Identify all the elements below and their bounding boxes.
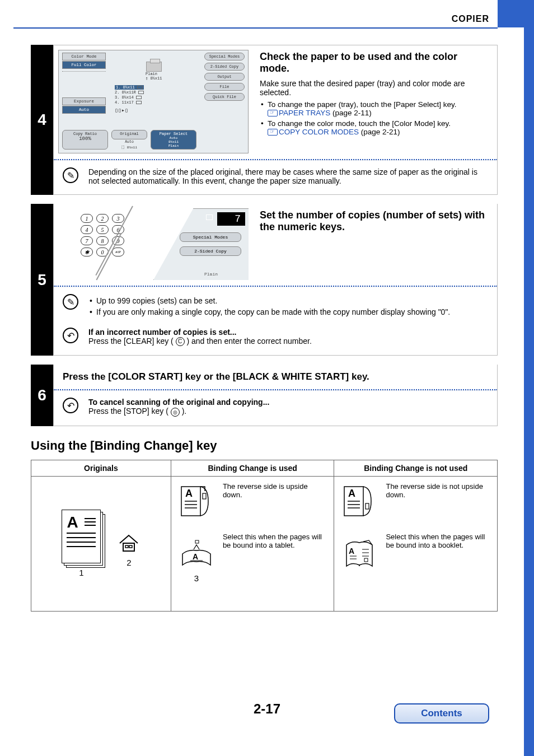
back-arrow-icon: ↶ [63,398,78,413]
binding-table: Originals Binding Change is used Binding… [31,460,498,612]
lcd-paper-size: ▯ 8½x11 [146,76,196,81]
bind-used-text2: Select this when the pages will be bound… [223,533,329,549]
lcd5-plain: Plain [204,272,218,277]
lcd-btn-file: File [204,83,245,91]
svg-rect-2 [129,545,132,548]
lcd5-special: Special Modes [180,232,241,242]
lcd-btn-quickfile: Quick File [204,93,245,101]
link-color-modes[interactable]: COPY COLOR MODES [279,128,359,136]
svg-rect-17 [366,503,369,509]
step5-note1: Up to 999 copies (sets) can be set. [88,296,488,305]
bind-notused-text1: The reverse side is not upside down. [386,482,491,499]
bind-notused-text2: Select this when the pages will be bound… [386,533,491,549]
open-book-icon: A [340,533,379,572]
step6-tip-text: Press the [STOP] key ( ◎ ). [88,407,488,416]
lcd-paper-type: Plain [146,72,196,76]
lcd5-2sided: 2-Sided Copy [180,246,241,256]
top-border [13,27,498,29]
th-notused: Binding Change is not used [334,460,498,476]
step5-tip-heading: If an incorrect number of copies is set.… [88,328,488,337]
link-icon [268,129,278,136]
booklet-notupside-icon: A [340,482,379,521]
link-paper-trays[interactable]: PAPER TRAYS [279,109,330,117]
originals-cell: A 1 2 [37,482,165,605]
lcd-btn-output: Output [204,73,245,81]
lcd-exposure-label: Exposure [62,97,106,105]
bind-used-text1: The reverse side is upside down. [223,482,329,499]
pencil-note-icon: ✎ [63,294,78,310]
step4-bullet1: To change the paper (tray), touch the [P… [260,100,488,117]
svg-text:A: A [349,547,354,556]
step4-bullet2: To change the color mode, touch the [Col… [260,119,488,136]
stop-key-icon: ◎ [171,408,180,417]
svg-rect-8 [203,493,206,499]
booklet-upside-icon: A [177,482,216,521]
lcd-screenshot-step5: 123 456 789 ✱0#/P 7 Specia [58,208,249,280]
svg-text:A: A [185,488,193,499]
step6-heading: Press the [COLOR START] key or the [BLAC… [54,365,497,389]
lcd-screenshot-step4: Color Mode Full Color Exposure Auto [58,50,249,153]
th-originals: Originals [31,460,171,476]
step4-desc: Make sure that the desired paper (tray) … [260,79,488,97]
binding-heading: Using the [Binding Change] key [31,438,498,453]
lcd-colormode-value: Full Color [62,61,106,69]
tray-item-1: 1. 8½x11 [115,85,144,90]
tray-item-4: 4. 11x17 [115,100,144,105]
lcd-colormode-label: Color Mode [62,53,106,60]
svg-rect-1 [125,545,128,548]
tray-item-2: 2. 8½x11R [115,90,144,95]
step6-tip-heading: To cancel scanning of the original and c… [88,398,488,407]
step-number-6: 6 [31,365,53,426]
lcd-paperselect: Paper Select Auto 8½x11 Plain [151,130,196,150]
lcd-original-btn: Original [111,130,147,139]
doc-pages-icon: ▯▯▸▯ [115,107,144,114]
tablet-icon: A 3 [177,533,216,583]
clear-key-icon: C [176,337,185,346]
tray-item-3: 3. 8½x14 [115,95,144,100]
lcd-btn-2sided: 2-Sided Copy [204,63,245,71]
section-label: COPIER [452,14,489,24]
copy-count-display: 7 [217,212,245,226]
top-right-accent [498,0,534,27]
step5-heading: Set the number of copies (number of sets… [260,209,488,233]
lcd-exposure-value: Auto [62,106,106,114]
svg-text:A: A [348,488,355,499]
svg-rect-11 [195,540,199,543]
lcd-original-value: Auto [125,140,134,144]
lcd-btn-special: Special Modes [204,53,245,60]
original-page-1-icon: A [62,510,101,563]
svg-text:A: A [193,552,198,561]
original-page-2-icon [118,531,140,553]
lcd-copyratio: Copy Ratio 100% [62,130,108,150]
step-number-5: 5 [31,204,53,356]
svg-rect-0 [123,543,134,551]
contents-button[interactable]: Contents [394,703,489,724]
link-icon [268,110,278,116]
right-accent-stripe [524,0,534,756]
printer-icon [146,62,162,72]
numeric-keypad: 123 456 789 ✱0#/P [81,214,131,259]
step-number-4: 4 [31,45,53,195]
step5-note2: If you are only making a single copy, th… [88,307,488,316]
back-arrow-icon: ↶ [63,328,78,343]
step4-note: Depending on the size of the placed orig… [88,167,488,185]
pencil-note-icon: ✎ [63,167,78,183]
step4-heading: Check the paper to be used and the color… [260,51,488,74]
th-used: Binding Change is used [171,460,334,476]
step5-tip-text: Press the [CLEAR] key ( C ) and then ent… [88,337,488,346]
